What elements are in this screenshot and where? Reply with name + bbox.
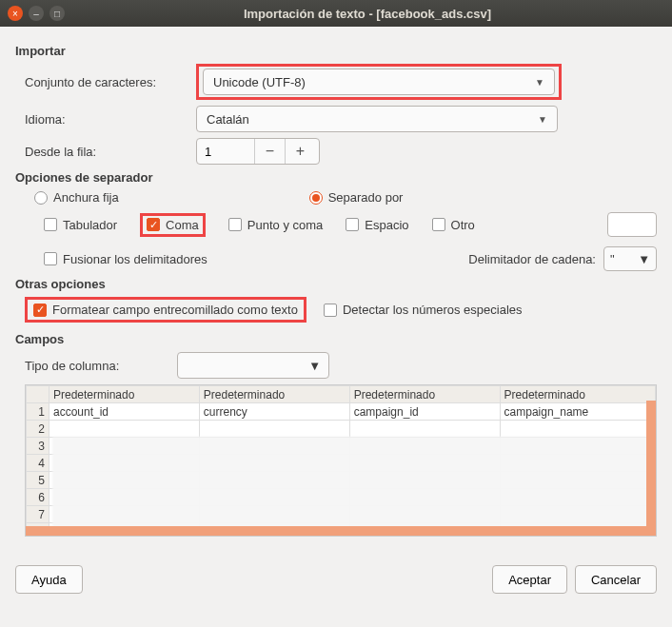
checkbox-tab-label: Tabulador [63, 218, 117, 232]
row-number: 7 [27, 506, 49, 523]
checkbox-merge[interactable]: Fusionar los delimitadores [44, 252, 208, 266]
chevron-down-icon: ▼ [308, 359, 321, 373]
language-select[interactable]: Catalán ▼ [196, 106, 558, 132]
col-header[interactable]: Predeterminado [500, 386, 655, 403]
row-number: 3 [27, 438, 49, 455]
window-minimize[interactable]: – [29, 6, 44, 21]
section-other: Otras opciones [15, 277, 657, 291]
ok-button[interactable]: Aceptar [492, 565, 567, 594]
chevron-down-icon: ▼ [535, 77, 544, 88]
column-type-label: Tipo de columna: [25, 359, 177, 373]
window-close[interactable]: × [8, 6, 23, 21]
charset-select[interactable]: Unicode (UTF-8) ▼ [203, 69, 555, 95]
stepper-plus[interactable]: + [285, 139, 315, 164]
charset-value: Unicode (UTF-8) [213, 75, 306, 89]
stepper-minus[interactable]: − [254, 139, 285, 164]
column-type-select[interactable]: ▼ [177, 352, 329, 379]
checkbox-comma[interactable]: Coma [147, 218, 199, 232]
checkbox-semicolon-label: Punto y coma [247, 218, 324, 232]
window-title: Importación de texto - [facebook_ads.csv… [70, 7, 664, 21]
section-import: Importar [15, 44, 657, 58]
col-header[interactable]: Predeterminado [349, 386, 500, 403]
checkbox-tab[interactable]: Tabulador [44, 218, 117, 232]
section-fields: Campos [15, 332, 657, 346]
checkbox-merge-label: Fusionar los delimitadores [63, 252, 208, 266]
row-number: 6 [27, 489, 49, 506]
checkbox-other-label: Otro [451, 218, 475, 232]
language-value: Catalán [207, 112, 249, 127]
scrollbar-vertical[interactable] [646, 401, 656, 536]
string-delim-label: Delimitador de cadena: [468, 252, 596, 266]
cell: account_id [49, 403, 200, 421]
section-separator: Opciones de separador [15, 170, 657, 185]
checkbox-semicolon[interactable]: Punto y coma [228, 218, 324, 232]
cell: currency [199, 403, 349, 421]
charset-label: Conjunto de caracteres: [25, 75, 196, 89]
chevron-down-icon: ▼ [538, 114, 547, 125]
radio-separated-by[interactable]: Separado por [309, 190, 404, 205]
row-number: 2 [27, 421, 49, 438]
language-label: Idioma: [25, 112, 196, 127]
help-button[interactable]: Ayuda [15, 565, 83, 594]
checkbox-quoted-label: Formatear campo entrecomillado como text… [52, 303, 298, 317]
radio-fixed-label: Anchura fija [53, 190, 119, 205]
row-number: 5 [27, 472, 49, 489]
checkbox-detect-label: Detectar los números especiales [343, 303, 523, 317]
checkbox-comma-label: Coma [166, 218, 199, 232]
chevron-down-icon: ▼ [638, 252, 650, 266]
from-row-stepper[interactable]: − + [196, 138, 320, 165]
blurred-region [52, 437, 654, 534]
string-delim-value: " [610, 252, 615, 266]
string-delim-select[interactable]: " ▼ [603, 246, 657, 271]
cancel-button[interactable]: Cancelar [575, 565, 657, 594]
col-header[interactable]: Predeterminado [49, 386, 200, 403]
window-maximize[interactable]: □ [49, 6, 65, 21]
row-number: 1 [27, 403, 49, 421]
checkbox-detect-numbers[interactable]: Detectar los números especiales [324, 297, 523, 323]
scrollbar-horizontal[interactable] [26, 526, 656, 536]
other-separator-input[interactable] [607, 212, 657, 237]
checkbox-other[interactable]: Otro [432, 218, 475, 232]
checkbox-space-label: Espacio [365, 218, 408, 232]
col-header[interactable]: Predeterminado [199, 386, 349, 403]
radio-separated-label: Separado por [328, 190, 404, 205]
from-row-input[interactable] [197, 145, 254, 159]
radio-fixed-width[interactable]: Anchura fija [34, 190, 119, 205]
cell: campaign_name [500, 403, 655, 421]
from-row-label: Desde la fila: [25, 145, 196, 159]
cell: campaign_id [349, 403, 500, 421]
preview-grid[interactable]: Predeterminado Predeterminado Predetermi… [25, 384, 657, 537]
checkbox-quoted-as-text[interactable]: Formatear campo entrecomillado como text… [33, 303, 298, 317]
checkbox-space[interactable]: Espacio [346, 218, 408, 232]
row-number: 4 [27, 455, 49, 472]
